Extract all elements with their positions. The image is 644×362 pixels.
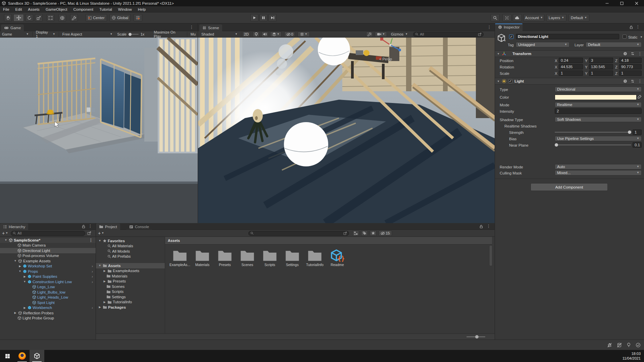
cloud-button[interactable] xyxy=(513,14,522,21)
pivot-center-button[interactable]: Center xyxy=(86,14,107,21)
chevron-down-icon[interactable]: ▼ xyxy=(640,36,643,39)
lock-icon[interactable] xyxy=(479,224,483,228)
asset-item[interactable]: Settings xyxy=(282,249,303,267)
favorites-root[interactable]: ▼Favorites xyxy=(96,238,165,244)
lock-icon[interactable] xyxy=(629,25,633,29)
chevron-down-icon[interactable]: ▼ xyxy=(101,232,104,235)
tree-row[interactable]: ▼Example Assets xyxy=(0,258,96,264)
foldout-arrow[interactable]: ▶ xyxy=(23,306,27,309)
tree-row[interactable]: Main Camera xyxy=(0,243,96,248)
tree-row-prefab[interactable]: ▼Construction Light Low› xyxy=(0,279,96,285)
rotation-x-field[interactable]: 44.535 xyxy=(559,64,583,69)
layer-dropdown[interactable]: Default▼ xyxy=(586,42,642,47)
near-plane-field[interactable]: 0.1 xyxy=(633,142,642,148)
services-button[interactable] xyxy=(502,14,511,21)
rect-tool-button[interactable] xyxy=(47,14,54,21)
layout-dropdown[interactable]: Default▼ xyxy=(568,14,589,21)
menu-tutorial[interactable]: Tutorial xyxy=(96,6,115,12)
near-plane-slider[interactable] xyxy=(555,142,631,148)
menu-gameobject[interactable]: GameObject xyxy=(43,6,70,12)
search-by-type-button[interactable] xyxy=(352,230,359,236)
inspector-panel-menu[interactable]: ⋮ xyxy=(636,25,640,29)
taskbar-clock[interactable]: 18:03 11/04/2021 xyxy=(623,351,644,361)
scale-x-field[interactable]: 1 xyxy=(559,70,583,76)
assets-root-selected[interactable]: ▼Assets xyxy=(96,263,165,268)
grid-scrollbar[interactable] xyxy=(490,246,492,266)
maximize-on-play-button[interactable]: Maximize On Play xyxy=(152,32,185,37)
tree-row-prefab[interactable]: ▶Workshop Set› xyxy=(0,264,96,269)
folder-row[interactable]: Scenes xyxy=(96,284,165,289)
game-viewport[interactable] xyxy=(0,38,198,223)
account-dropdown[interactable]: Account▼ xyxy=(524,14,544,21)
bias-dropdown[interactable]: Use Pipeline Settings▼ xyxy=(555,136,642,141)
tree-row-prefab[interactable]: ▼Props› xyxy=(0,269,96,274)
foldout-arrow[interactable]: ▼ xyxy=(497,80,500,83)
tree-row-prefab[interactable]: Light_Bulbs_low xyxy=(0,290,96,295)
layers-dropdown[interactable]: Layers▼ xyxy=(546,14,566,21)
tree-row-prefab[interactable]: Legs_Low xyxy=(0,285,96,290)
custom-tool-button[interactable] xyxy=(70,14,78,21)
object-name-field[interactable]: Directional Light xyxy=(516,34,619,39)
activity-ok-icon[interactable] xyxy=(636,343,641,348)
foldout-arrow[interactable]: ▶ xyxy=(103,269,106,272)
hidden-objects-button[interactable]: 0 xyxy=(284,32,295,37)
foldout-arrow[interactable]: ▶ xyxy=(98,306,102,309)
favorite-item[interactable]: All Models xyxy=(96,249,165,254)
tab-console[interactable]: Console xyxy=(126,223,152,230)
foldout-arrow[interactable]: ▼ xyxy=(23,280,27,283)
tree-row-selected[interactable]: Directional Light xyxy=(0,248,96,253)
component-menu[interactable]: ⋮ xyxy=(638,52,642,56)
tree-row-prefab[interactable]: Spot Light xyxy=(0,300,96,305)
tab-inspector[interactable]: Inspector xyxy=(495,23,523,31)
tree-row[interactable]: Light Probe Group xyxy=(0,316,96,321)
tree-row[interactable]: Post-process Volume xyxy=(0,253,96,259)
display-dropdown[interactable]: Display 1▼ xyxy=(34,32,57,37)
position-x-field[interactable]: 0.24 xyxy=(559,58,583,63)
foldout-arrow[interactable]: ▶ xyxy=(13,311,17,314)
foldout-arrow[interactable]: ▶ xyxy=(18,265,22,268)
menu-window[interactable]: Window xyxy=(115,6,135,12)
game-scale-slider[interactable] xyxy=(129,32,139,37)
hand-tool-button[interactable] xyxy=(4,14,12,21)
project-search-input[interactable] xyxy=(248,231,349,236)
render-mode-dropdown[interactable]: Auto▼ xyxy=(555,164,642,169)
folder-row[interactable]: ▶Presets xyxy=(96,279,165,284)
mute-audio-button[interactable]: Mu xyxy=(189,32,198,37)
position-y-field[interactable]: 3 xyxy=(589,58,613,63)
foldout-arrow[interactable]: ▼ xyxy=(18,270,22,273)
presets-icon[interactable] xyxy=(631,79,635,83)
hidden-packages-button[interactable]: 15 xyxy=(379,230,392,236)
folder-row[interactable]: Scripts xyxy=(96,289,165,295)
asset-item[interactable]: TutorialInfo xyxy=(304,249,326,267)
foldout-arrow[interactable]: ▶ xyxy=(103,301,106,304)
chevron-down-icon[interactable]: ▼ xyxy=(5,232,8,235)
grid-snapping-button[interactable] xyxy=(134,14,142,21)
eyedropper-icon[interactable] xyxy=(637,95,642,99)
game-panel-menu[interactable]: ⋮ xyxy=(190,25,194,29)
folder-row[interactable]: Settings xyxy=(96,294,165,300)
folder-row[interactable]: ▶ExampleAssets xyxy=(96,268,165,274)
popout-icon[interactable] xyxy=(478,33,482,36)
minimize-button[interactable] xyxy=(600,0,614,6)
strength-field[interactable]: 1 xyxy=(633,130,642,135)
scene-camera-button[interactable]: ▼ xyxy=(375,32,387,37)
foldout-arrow[interactable]: ▼ xyxy=(13,259,17,262)
favorite-item[interactable]: All Materials xyxy=(96,244,165,249)
prefab-open-chevron[interactable]: › xyxy=(92,280,93,284)
foldout-arrow[interactable]: ▼ xyxy=(98,239,102,242)
scene-tools-button[interactable] xyxy=(366,32,373,37)
culling-mask-dropdown[interactable]: Mixed...▼ xyxy=(555,170,642,175)
gizmos-dropdown[interactable]: Gizmos▼ xyxy=(389,32,410,37)
2d-toggle-button[interactable]: 2D xyxy=(243,32,250,37)
hierarchy-search-input[interactable]: All xyxy=(11,231,85,236)
tree-row-prefab[interactable]: ▶Paint Supplies› xyxy=(0,274,96,279)
asset-item[interactable]: Materials xyxy=(192,249,213,267)
tab-hierarchy[interactable]: Hierarchy xyxy=(0,223,28,230)
hierarchy-panel-menu[interactable]: ⋮ xyxy=(88,224,92,228)
folder-row[interactable]: ▶TutorialInfo xyxy=(96,300,165,305)
component-menu[interactable]: ⋮ xyxy=(638,79,642,83)
transform-tool-button[interactable] xyxy=(58,14,66,21)
create-asset-button[interactable]: + xyxy=(98,230,101,236)
scene-effects-button[interactable]: ▼ xyxy=(270,32,282,37)
debugger-disabled-icon[interactable] xyxy=(607,343,612,348)
